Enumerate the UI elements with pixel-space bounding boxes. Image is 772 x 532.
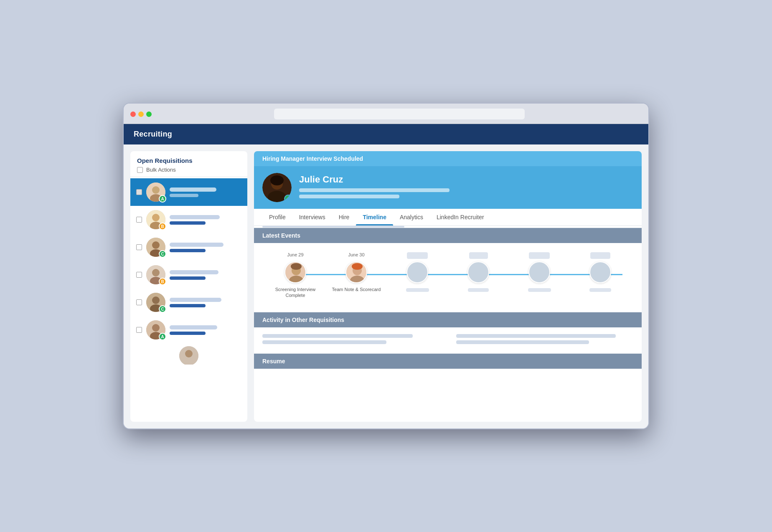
timeline-date-2: June 30	[348, 252, 364, 259]
section-activity: Activity in Other Requisitions	[254, 312, 642, 353]
address-bar[interactable]	[274, 109, 525, 119]
sidebar: Open Requisitions Bulk Actions	[130, 151, 247, 422]
bulk-actions-label: Bulk Actions	[146, 167, 176, 173]
timeline-item-1[interactable]: June 29 Screening Interview Complete	[265, 252, 326, 299]
timeline-date-1: June 29	[287, 252, 303, 259]
candidate-sub-bar	[170, 194, 198, 197]
candidate-item[interactable]: C	[130, 233, 247, 261]
resume-body	[254, 369, 642, 390]
candidate-info	[170, 270, 241, 280]
avatar-badge: C	[159, 305, 166, 313]
candidate-header: A Julie Cruz	[254, 166, 642, 209]
timeline-body: June 29 Screening Interview Complete	[254, 243, 642, 312]
timeline-avatar-6	[589, 261, 611, 283]
timeline-item-4	[448, 252, 509, 292]
browser-chrome	[124, 104, 648, 124]
candidate-list: A	[130, 177, 247, 366]
tab-linkedin-recruiter[interactable]: LinkedIn Recruiter	[430, 209, 491, 225]
candidate-checkbox[interactable]	[136, 217, 142, 223]
app-header: Recruiting	[124, 124, 648, 144]
tab-hire[interactable]: Hire	[332, 209, 356, 225]
candidate-item[interactable]: B	[130, 261, 247, 289]
svg-point-27	[291, 263, 302, 270]
section-latest-events: Latest Events June 29	[254, 228, 642, 312]
candidate-info	[170, 243, 241, 252]
browser-window: Recruiting Open Requisitions Bulk Action…	[123, 103, 649, 429]
candidate-info	[170, 298, 241, 307]
tab-profile[interactable]: Profile	[262, 209, 292, 225]
app-title: Recruiting	[134, 130, 172, 138]
candidate-name-bar	[170, 187, 216, 192]
candidate-name-bar	[170, 298, 221, 302]
candidate-header-avatar: A	[262, 173, 292, 202]
avatar-badge: A	[159, 333, 166, 340]
sidebar-scroll-hint	[130, 344, 247, 365]
close-button[interactable]	[130, 111, 136, 117]
candidate-name-bar	[170, 215, 220, 219]
timeline-label-2: Team Note & Scorecard	[332, 286, 381, 298]
timeline-avatar-5	[528, 261, 550, 283]
candidate-checkbox[interactable]	[136, 272, 142, 278]
sidebar-header: Open Requisitions Bulk Actions	[130, 151, 247, 177]
section-header-latest-events: Latest Events	[254, 228, 642, 243]
timeline-item-5	[509, 252, 570, 292]
timeline-item-6	[570, 252, 631, 292]
bulk-actions-checkbox[interactable]	[137, 167, 143, 173]
candidate-name-bar	[170, 270, 218, 274]
avatar-badge: A	[159, 195, 166, 203]
candidate-item[interactable]: A	[130, 178, 247, 206]
timeline-avatar-2	[345, 261, 367, 283]
candidate-checkbox[interactable]	[136, 327, 142, 333]
candidate-info	[170, 215, 241, 225]
svg-point-31	[352, 263, 363, 270]
tab-timeline[interactable]: Timeline	[356, 209, 393, 225]
traffic-lights	[130, 111, 152, 117]
candidate-sub-bar	[170, 249, 206, 252]
timeline-date-3	[407, 252, 428, 259]
candidate-info-bar-2	[299, 195, 399, 198]
timeline-date-6	[590, 252, 610, 259]
avatar-wrap: C	[146, 238, 165, 257]
svg-point-16	[152, 324, 160, 332]
timeline-avatar-3	[406, 261, 428, 283]
candidate-name-bar	[170, 243, 223, 247]
timeline-avatar-4	[467, 261, 489, 283]
status-banner: Hiring Manager Interview Scheduled	[254, 151, 642, 166]
candidate-item[interactable]: B	[130, 206, 247, 233]
timeline-date-4	[469, 252, 488, 259]
timeline-label-1: Screening Interview Complete	[265, 286, 326, 299]
candidate-item[interactable]: C	[130, 289, 247, 316]
candidate-badge: A	[284, 195, 292, 202]
tab-navigation: Profile Interviews Hire Timeline Analyti…	[254, 209, 642, 226]
candidate-checkbox[interactable]	[136, 189, 142, 195]
timeline: June 29 Screening Interview Complete	[261, 248, 635, 305]
tab-interviews[interactable]: Interviews	[292, 209, 332, 225]
timeline-date-5	[529, 252, 550, 259]
candidate-checkbox[interactable]	[136, 299, 142, 305]
avatar-badge: B	[159, 223, 166, 230]
avatar-badge: C	[159, 250, 166, 258]
avatar-wrap: B	[146, 265, 165, 284]
section-header-activity: Activity in Other Requisitions	[254, 312, 642, 327]
timeline-avatar-1	[284, 261, 306, 283]
maximize-button[interactable]	[146, 111, 152, 117]
app-content: Open Requisitions Bulk Actions	[124, 144, 648, 428]
svg-point-13	[152, 296, 160, 304]
avatar-badge: B	[159, 278, 166, 285]
candidate-name: Julie Cruz	[299, 174, 633, 185]
svg-point-1	[152, 186, 160, 194]
timeline-item-2[interactable]: June 30 Team Note & Scorecard	[326, 252, 387, 298]
candidate-item[interactable]: A	[130, 316, 247, 344]
avatar-wrap: A	[146, 320, 165, 339]
main-panel: Hiring Manager Interview Scheduled A	[254, 151, 642, 422]
avatar-wrap: A	[146, 182, 165, 202]
tab-analytics[interactable]: Analytics	[393, 209, 430, 225]
activity-bar	[262, 334, 413, 338]
candidate-sub-bar	[170, 332, 206, 335]
candidate-checkbox[interactable]	[136, 244, 142, 250]
svg-point-19	[185, 350, 193, 357]
avatar-wrap: C	[146, 293, 165, 312]
tab-active-indicator	[356, 224, 393, 225]
svg-point-7	[152, 241, 160, 249]
minimize-button[interactable]	[138, 111, 144, 117]
